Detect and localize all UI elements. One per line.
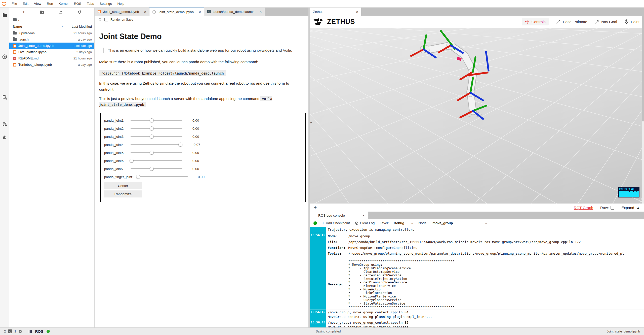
activity-bar xyxy=(0,8,9,327)
pose-estimate-button[interactable]: Pose Estimate xyxy=(556,20,587,24)
render-on-save-checkbox[interactable] xyxy=(104,18,108,21)
tab-zethus[interactable]: Zethus × xyxy=(310,8,361,16)
kernel-icon[interactable] xyxy=(18,329,22,333)
file-row-joint-state-demo[interactable]: Joint_state_demo.ipynb a minute ago xyxy=(9,43,94,49)
tab-ros-log-console[interactable]: ROS Log console × xyxy=(310,212,368,219)
breadcrumb[interactable]: / xyxy=(9,17,94,23)
slider-track[interactable] xyxy=(131,160,182,161)
file-search-icon[interactable] xyxy=(0,94,9,101)
expand-arrow-icon: ▲ xyxy=(636,206,640,210)
slider-handle[interactable] xyxy=(130,159,134,163)
slider-handle[interactable] xyxy=(150,118,154,122)
log-timestamp: 15:56:45 xyxy=(310,227,326,233)
arrow-icon xyxy=(595,20,599,24)
extension-manager-icon[interactable] xyxy=(0,133,9,141)
terminal-icon[interactable]: s_ xyxy=(8,329,12,333)
controls-button[interactable]: Controls xyxy=(522,18,549,25)
rqt-graph-link[interactable]: RQT Graph xyxy=(574,206,593,210)
file-row-live-plotting[interactable]: Live_plotting.ipynb 2 days ago xyxy=(9,49,94,55)
menu-view[interactable]: View xyxy=(31,0,44,8)
file-browser-icon[interactable] xyxy=(0,11,9,19)
zethus-scrollbar[interactable] xyxy=(642,16,644,204)
add-checkpoint-button[interactable]: + Add Checkpoint xyxy=(322,221,350,225)
modified-column-header[interactable]: Last Modified xyxy=(72,25,92,28)
slider-label: panda_joint7 xyxy=(104,167,129,171)
close-tab-icon[interactable]: × xyxy=(144,10,147,14)
close-tab-icon[interactable]: × xyxy=(259,10,262,14)
new-folder-button[interactable] xyxy=(40,10,44,14)
center-button[interactable]: Center xyxy=(104,182,142,189)
menu-help[interactable]: Help xyxy=(114,0,127,8)
level-label: Level: xyxy=(380,221,389,225)
slider-handle[interactable] xyxy=(150,167,154,171)
slider-handle[interactable] xyxy=(150,151,154,155)
field-key: Function: xyxy=(328,245,348,251)
slider-track[interactable] xyxy=(131,144,182,145)
slider-track[interactable] xyxy=(136,176,188,177)
slider-track[interactable] xyxy=(131,168,182,169)
file-row-jupyter-ros[interactable]: jupyter-ros 21 hours ago xyxy=(9,30,94,36)
log-scroll-area[interactable]: 15:56:45 /move_group; trajectory_executi… xyxy=(310,227,644,327)
file-row-turtlebot-teleop[interactable]: Turtlebot_teleop.ipynb a day ago xyxy=(9,61,94,68)
close-tab-icon[interactable]: × xyxy=(198,10,202,14)
fps-graph xyxy=(619,191,639,197)
upload-button[interactable] xyxy=(59,10,63,14)
expand-button[interactable]: Expand ▲ xyxy=(621,206,640,210)
paragraph-launch: Make sure there is a robot published, yo… xyxy=(99,59,299,65)
tab-panda-demo-launch[interactable]: s_ launch/panda_demo.launch × xyxy=(204,8,265,16)
node-select[interactable]: move_group ⌄ xyxy=(432,221,487,225)
slider-track[interactable] xyxy=(131,128,182,129)
raw-checkbox[interactable] xyxy=(611,206,614,210)
name-column-header[interactable]: Name xyxy=(13,25,22,28)
file-list-header[interactable]: Name ▲ Last Modified xyxy=(9,23,94,30)
refresh-preview-button[interactable] xyxy=(98,18,102,22)
menu-run[interactable]: Run xyxy=(44,0,56,8)
close-tab-icon[interactable]: × xyxy=(362,213,365,218)
3d-viewport[interactable]: 60 FPS (0-61) xyxy=(310,28,642,204)
menu-file[interactable]: File xyxy=(9,0,20,8)
field-value: MoveGroupExe::configureCapabilities xyxy=(348,246,417,250)
slider-handle[interactable] xyxy=(150,126,154,130)
file-row-launch[interactable]: launch a day ago xyxy=(9,36,94,43)
point-button[interactable]: Point xyxy=(625,19,639,24)
new-launcher-button[interactable]: + xyxy=(22,9,25,15)
slider-track[interactable] xyxy=(131,120,182,121)
menu-ros[interactable]: ROS xyxy=(71,0,84,8)
slider-track[interactable] xyxy=(131,136,182,137)
ros-status-label: ROS xyxy=(35,329,43,333)
clear-log-button[interactable]: Clear Log xyxy=(355,221,375,225)
menu-tabs[interactable]: Tabs xyxy=(84,0,97,8)
file-row-readme[interactable]: M README.md 21 hours ago xyxy=(9,55,94,61)
kernel-count[interactable]: 1 xyxy=(14,329,16,333)
refresh-file-list-button[interactable] xyxy=(77,10,82,14)
property-inspector-icon[interactable] xyxy=(0,120,9,128)
folder-icon xyxy=(13,38,17,41)
running-sessions-icon[interactable] xyxy=(0,53,9,60)
menu-kernel[interactable]: Kernel xyxy=(56,0,71,8)
scrollbar-thumb[interactable] xyxy=(642,16,644,121)
pose-estimate-label: Pose Estimate xyxy=(563,20,587,24)
ros-logo-icon xyxy=(29,330,32,333)
slider-handle[interactable] xyxy=(136,175,140,179)
slider-handle[interactable] xyxy=(178,143,182,147)
add-visualization-button[interactable]: + xyxy=(314,205,317,210)
markdown-icon: M xyxy=(13,57,16,60)
menu-settings[interactable]: Settings xyxy=(97,0,115,8)
tab-joint-state-demo-notebook[interactable]: Joint_state_demo.ipynb × xyxy=(95,8,149,16)
slider-track[interactable] xyxy=(131,152,182,153)
level-select[interactable]: Debug ⌄ xyxy=(394,221,413,225)
menu-edit[interactable]: Edit xyxy=(20,0,31,8)
slider-label: panda_joint2 xyxy=(104,127,129,130)
nav-goal-button[interactable]: Nav Goal xyxy=(595,20,617,24)
close-tab-icon[interactable]: × xyxy=(355,10,359,14)
collapse-handle-icon[interactable]: ▸ xyxy=(310,120,312,124)
voila-preview-toolbar: Render on Save xyxy=(95,16,308,24)
file-modified: 2 days ago xyxy=(76,50,92,54)
menu-bar: File Edit View Run Kernel ROS Tabs Setti… xyxy=(0,0,644,8)
randomize-button[interactable]: Randomize xyxy=(104,190,142,197)
tab-joint-state-demo-voila[interactable]: Joint_state_demo.ipynb × xyxy=(149,8,204,16)
file-name: launch xyxy=(19,38,29,41)
terminal-count[interactable]: 2 xyxy=(4,329,6,333)
slider-handle[interactable] xyxy=(150,135,154,139)
home-folder-icon xyxy=(13,18,17,21)
